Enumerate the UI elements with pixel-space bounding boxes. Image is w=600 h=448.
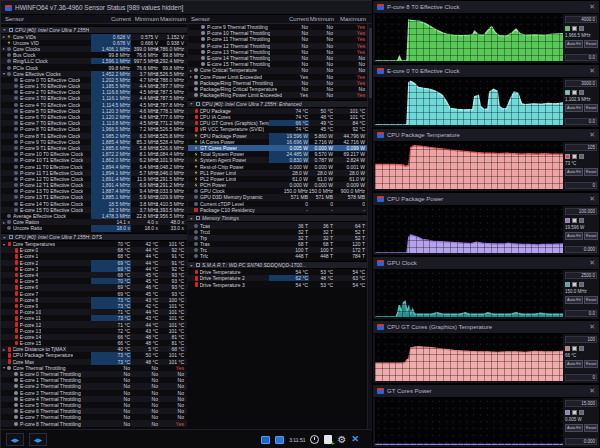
- sensor-label: E-core 2 T0 Effective Clock: [20, 89, 80, 95]
- reset-button[interactable]: Reset: [584, 424, 598, 432]
- sensor-section-header[interactable]: ▾S.M.A.R.T.: WD PC SN740 SDDQNQD-1T00...: [188, 261, 373, 269]
- background-color-swatch[interactable]: [572, 346, 577, 351]
- column-header[interactable]: Current: [111, 16, 131, 22]
- close-icon[interactable]: ✕: [589, 387, 595, 395]
- graph-titlebar[interactable]: GPU Clock✕: [373, 257, 599, 270]
- scale-min-input[interactable]: 0.0: [565, 54, 597, 61]
- column-header[interactable]: Minimum: [310, 16, 334, 22]
- reset-button[interactable]: Reset: [584, 104, 598, 112]
- monitors-icon[interactable]: [275, 436, 284, 444]
- column-header[interactable]: Maximum: [340, 16, 366, 22]
- expand-caret-icon[interactable]: ▸: [1, 34, 7, 39]
- sensor-row[interactable]: Package/Ring Power Limit ExceededYesNoYe…: [188, 92, 373, 98]
- auto-fit-button[interactable]: Auto Fit: [565, 40, 583, 48]
- gear-icon[interactable]: ⚙: [337, 435, 346, 445]
- sensor-row[interactable]: Uncore Ratio18.0 x18.0 x33.0 x: [1, 225, 187, 231]
- auto-fit-button[interactable]: Auto Fit: [565, 104, 583, 112]
- grid-color-swatch[interactable]: [579, 410, 584, 415]
- expand-caret-icon[interactable]: ▸: [1, 347, 7, 352]
- background-color-swatch[interactable]: [572, 26, 577, 31]
- series-color-swatch[interactable]: [565, 282, 570, 287]
- scale-max-input[interactable]: 100.000: [565, 208, 597, 215]
- reset-button[interactable]: Reset: [584, 40, 598, 48]
- sensor-row[interactable]: Package C10 Residency---: [188, 207, 373, 213]
- reset-button[interactable]: Reset: [584, 360, 598, 368]
- scale-max-input[interactable]: 15.000: [565, 400, 597, 407]
- close-icon[interactable]: ✕: [589, 3, 595, 11]
- grid-color-swatch[interactable]: [579, 282, 584, 287]
- series-color-swatch[interactable]: [565, 26, 570, 31]
- sensor-row[interactable]: P-core 8 Thermal ThrottlingNoNoYes: [1, 420, 187, 426]
- grid-color-swatch[interactable]: [579, 346, 584, 351]
- scale-min-input[interactable]: 0: [565, 182, 597, 189]
- expand-caret-icon[interactable]: ▾: [188, 263, 194, 268]
- auto-fit-button[interactable]: Auto Fit: [565, 360, 583, 368]
- auto-fit-button[interactable]: Auto Fit: [565, 296, 583, 304]
- series-color-swatch[interactable]: [565, 218, 570, 223]
- expand-caret-icon[interactable]: ▾: [1, 27, 7, 32]
- column-header[interactable]: Sensor: [191, 16, 210, 22]
- grid-color-swatch[interactable]: [579, 154, 584, 159]
- sensor-section-header[interactable]: ▾Memory Timings: [188, 214, 373, 222]
- grid-color-swatch[interactable]: [579, 218, 584, 223]
- report-add-icon[interactable]: [324, 435, 332, 444]
- background-color-swatch[interactable]: [572, 90, 577, 95]
- sensor-section-header[interactable]: ▾CPU [#0]: Intel Core Ultra 7 155H: DTS: [1, 233, 187, 241]
- sensor-row[interactable]: Drive Temperature 354 °C53 °C54 °C: [188, 281, 373, 287]
- scale-max-input[interactable]: 3000.0: [565, 80, 597, 87]
- move-column-left-button[interactable]: ◀▶: [6, 433, 24, 446]
- close-icon[interactable]: ✕: [589, 131, 595, 139]
- close-icon[interactable]: ✕: [589, 259, 595, 267]
- expand-caret-icon[interactable]: ▾: [1, 235, 7, 240]
- scale-min-input[interactable]: 0: [565, 374, 597, 381]
- graph-titlebar[interactable]: CPU Package Temperature✕: [373, 129, 599, 142]
- sensor-section-header[interactable]: ▾CPU [#0]: Intel Core Ultra 7 155H: [1, 26, 187, 34]
- graph-titlebar[interactable]: CPU Package Power✕: [373, 193, 599, 206]
- scale-min-input[interactable]: 0.000: [565, 438, 597, 445]
- auto-fit-button[interactable]: Auto Fit: [565, 232, 583, 240]
- column-header[interactable]: Maximum: [160, 16, 186, 22]
- scale-min-input[interactable]: 0.0: [565, 118, 597, 125]
- reset-button[interactable]: Reset: [584, 232, 598, 240]
- move-column-right-button[interactable]: ◀▶: [29, 433, 47, 446]
- background-color-swatch[interactable]: [572, 154, 577, 159]
- series-color-swatch[interactable]: [565, 410, 570, 415]
- close-icon[interactable]: ✕: [589, 67, 595, 75]
- column-header[interactable]: Minimum: [135, 16, 159, 22]
- scale-max-input[interactable]: 100: [565, 336, 597, 343]
- column-header[interactable]: Sensor: [5, 16, 24, 22]
- window-titlebar[interactable]: HWiNFO64 v7.36-4960 Sensor Status [989 v…: [1, 1, 373, 15]
- expand-caret-icon[interactable]: ▾: [188, 101, 194, 106]
- reset-button[interactable]: Reset: [584, 296, 598, 304]
- background-color-swatch[interactable]: [572, 410, 577, 415]
- expand-caret-icon[interactable]: ▾: [1, 242, 7, 247]
- graph-titlebar[interactable]: P-core 8 T0 Effective Clock✕: [373, 1, 599, 14]
- scale-max-input[interactable]: 4000.0: [565, 16, 597, 23]
- close-icon[interactable]: ✕: [589, 195, 595, 203]
- sensor-row[interactable]: Trfc448 T448 T784 T: [188, 253, 373, 259]
- background-color-swatch[interactable]: [572, 282, 577, 287]
- auto-fit-button[interactable]: Auto Fit: [565, 424, 583, 432]
- graph-titlebar[interactable]: CPU GT Cores (Graphics) Temperature✕: [373, 321, 599, 334]
- scale-min-input[interactable]: 0.000: [565, 246, 597, 253]
- close-icon[interactable]: ✕: [589, 323, 595, 331]
- scale-max-input[interactable]: 105: [565, 144, 597, 151]
- background-color-swatch[interactable]: [572, 218, 577, 223]
- graph-titlebar[interactable]: GT Cores Power✕: [373, 385, 599, 398]
- sensor-section-header[interactable]: ▾CPU [#0]: Intel Core Ultra 7 155H: Enha…: [188, 100, 373, 108]
- expand-caret-icon[interactable]: ▾: [188, 216, 194, 221]
- reset-button[interactable]: Reset: [584, 168, 598, 176]
- monitor-icon[interactable]: [261, 436, 270, 444]
- series-color-swatch[interactable]: [565, 154, 570, 159]
- column-header[interactable]: Current: [289, 16, 309, 22]
- auto-fit-button[interactable]: Auto Fit: [565, 168, 583, 176]
- graph-titlebar[interactable]: E-core 0 T0 Effective Clock✕: [373, 65, 599, 78]
- scale-max-input[interactable]: 2500.0: [565, 272, 597, 279]
- clock-icon[interactable]: [310, 435, 319, 444]
- series-color-swatch[interactable]: [565, 90, 570, 95]
- grid-color-swatch[interactable]: [579, 90, 584, 95]
- grid-color-swatch[interactable]: [579, 26, 584, 31]
- close-icon[interactable]: ✕: [351, 435, 359, 444]
- scale-min-input[interactable]: 0.0: [565, 310, 597, 317]
- series-color-swatch[interactable]: [565, 346, 570, 351]
